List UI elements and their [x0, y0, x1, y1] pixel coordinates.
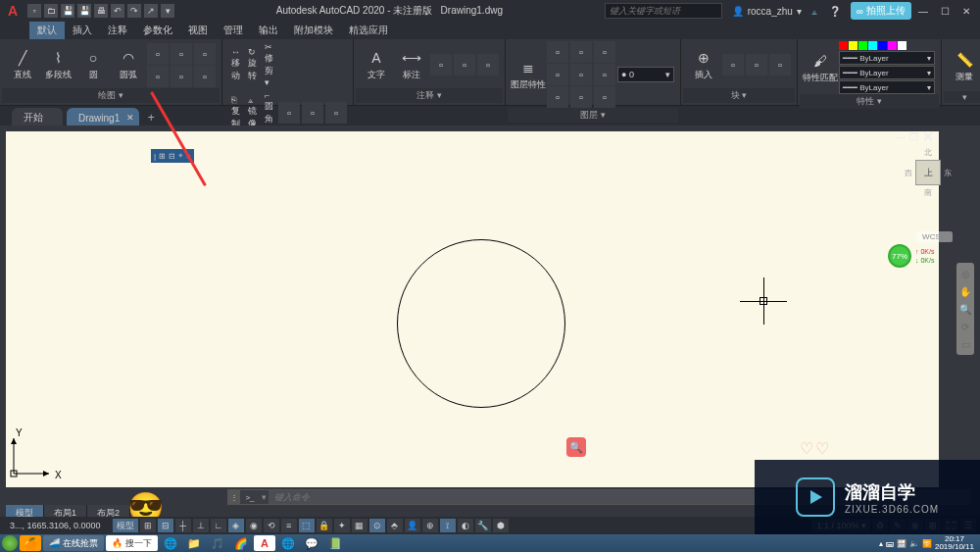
- color-swatch[interactable]: [868, 41, 877, 50]
- taskbar-wechat-icon[interactable]: 💬: [301, 535, 322, 551]
- status-osnap-toggle[interactable]: ◉: [246, 519, 262, 532]
- taskbar-autocad-icon[interactable]: A: [254, 535, 275, 551]
- tray-windows-icon[interactable]: 🪟: [897, 539, 906, 548]
- tool-icon[interactable]: ▫: [594, 86, 615, 108]
- minimize-button[interactable]: —: [913, 3, 933, 19]
- cloud-upload-button[interactable]: ∞拍照上传: [851, 2, 911, 20]
- nav-wheel-icon[interactable]: ◎: [958, 267, 972, 280]
- user-menu[interactable]: 👤 rocca_zhu ▾: [732, 6, 802, 17]
- color-swatch[interactable]: [888, 41, 897, 50]
- layer-dropdown[interactable]: ● 0 ▾: [617, 67, 674, 82]
- status-snap-toggle[interactable]: ⊟: [158, 519, 173, 532]
- tool-icon[interactable]: ▫: [547, 64, 568, 85]
- nav-showmotion-icon[interactable]: ▭: [958, 337, 972, 351]
- status-polar-toggle[interactable]: ⊥: [193, 519, 209, 532]
- ribbon-tab-7[interactable]: 附加模块: [286, 22, 341, 39]
- status-dyn-toggle[interactable]: ▦: [352, 519, 368, 532]
- tool-icon[interactable]: ▫: [570, 64, 592, 85]
- viewcube-top-face[interactable]: 上: [915, 160, 941, 185]
- vp-single-icon[interactable]: ⊟: [169, 152, 175, 161]
- taskbar-app-icon[interactable]: 🍊: [20, 535, 41, 551]
- ribbon-tab-5[interactable]: 管理: [216, 22, 251, 39]
- match-button[interactable]: 🖌特性匹配: [804, 46, 837, 89]
- status-pr-toggle[interactable]: ◐: [458, 519, 473, 532]
- file-tab-0[interactable]: 开始: [12, 108, 63, 125]
- navigation-bar[interactable]: ◎ ✋ 🔍 ⟳ ▭: [956, 263, 974, 355]
- tool-icon[interactable]: ▫: [171, 66, 192, 87]
- tool-icon[interactable]: ▫: [325, 102, 347, 124]
- modify-cmd[interactable]: ↻ 旋转: [245, 41, 260, 88]
- status-ws-toggle[interactable]: ✦: [334, 519, 350, 532]
- nav-zoom-icon[interactable]: 🔍: [958, 302, 972, 316]
- status-otrack-toggle[interactable]: ◈: [228, 519, 244, 532]
- system-tray[interactable]: ▴ 🖴 🪟 🔈 🛜 20:172019/10/11: [879, 535, 978, 551]
- tool-icon[interactable]: ▫: [547, 41, 568, 63]
- close-button[interactable]: ✕: [956, 3, 976, 19]
- model-paper-toggle[interactable]: 模型: [113, 519, 138, 532]
- insert-button[interactable]: ⊕插入: [687, 43, 720, 86]
- status-ortho-toggle[interactable]: ┼: [175, 519, 191, 532]
- taskbar-clock[interactable]: 20:172019/10/11: [935, 535, 974, 551]
- canvas-close-icon[interactable]: 🗙: [923, 131, 933, 142]
- status-big-toggle[interactable]: ⬢: [493, 519, 509, 532]
- status-qp-toggle[interactable]: ⊙: [369, 519, 385, 532]
- canvas-max-icon[interactable]: 🗖: [909, 131, 919, 142]
- status-lk-toggle[interactable]: ⟟: [440, 519, 456, 532]
- color-swatch[interactable]: [839, 41, 848, 50]
- tool-icon[interactable]: ▫: [594, 41, 615, 63]
- status-sc-toggle[interactable]: ⬚: [299, 519, 315, 532]
- taskbar-excel-icon[interactable]: 📗: [324, 535, 346, 551]
- coordinates-readout[interactable]: 3..., 1665.3106, 0.0000: [10, 521, 101, 530]
- viewcube-east[interactable]: 东: [944, 168, 952, 178]
- tool-icon[interactable]: ▫: [194, 66, 216, 87]
- tool-icon[interactable]: ▫: [570, 41, 592, 63]
- qat-saveas-icon[interactable]: 💾: [77, 4, 91, 18]
- panel-title[interactable]: 特性 ▾: [800, 94, 939, 109]
- property-dropdown[interactable]: ━━━ ByLayer ▾: [839, 51, 935, 65]
- nav-pan-icon[interactable]: ✋: [958, 284, 972, 298]
- property-dropdown[interactable]: ━━━ ByLayer ▾: [839, 66, 935, 79]
- status-iso2-toggle[interactable]: 🔧: [475, 519, 491, 532]
- search-badge-icon[interactable]: 🔍: [566, 437, 586, 457]
- status-ann-toggle[interactable]: 🔒: [317, 519, 332, 532]
- panel-title[interactable]: ▾: [944, 91, 980, 103]
- tool-icon[interactable]: ▫: [171, 43, 192, 65]
- tool-icon[interactable]: ▫: [722, 54, 744, 75]
- taskbar-music-icon[interactable]: 🎵: [207, 535, 228, 551]
- ribbon-tab-6[interactable]: 输出: [251, 22, 286, 39]
- qat-more-icon[interactable]: ▾: [161, 4, 174, 18]
- tray-volume-icon[interactable]: 🔈: [909, 539, 919, 548]
- layers-button[interactable]: ≣图层特性: [512, 53, 545, 96]
- ribbon-tab-3[interactable]: 参数化: [135, 22, 180, 39]
- tool-icon[interactable]: ▫: [477, 54, 499, 75]
- app-logo[interactable]: A: [4, 2, 22, 20]
- text-button[interactable]: A文字: [360, 43, 393, 86]
- status-cm-toggle[interactable]: ⊕: [422, 519, 438, 532]
- performance-widget[interactable]: 77% ↑ 0K/s ↓ 0K/s: [888, 243, 962, 269]
- status-iso-toggle[interactable]: ∟: [211, 519, 226, 532]
- file-tab-1[interactable]: Drawing1✕: [67, 108, 139, 125]
- qat-open-icon[interactable]: 🗀: [44, 4, 58, 18]
- tool-icon[interactable]: ▫: [746, 54, 767, 75]
- viewcube-west[interactable]: 西: [905, 168, 912, 178]
- tray-disk-icon[interactable]: 🖴: [886, 539, 894, 548]
- panel-title[interactable]: 注释 ▾: [356, 88, 503, 103]
- tool-icon[interactable]: ▫: [194, 43, 216, 65]
- qat-undo-icon[interactable]: ↶: [111, 4, 124, 18]
- tool-icon[interactable]: ▫: [147, 66, 169, 87]
- autodesk-icon[interactable]: ⟁: [811, 6, 817, 17]
- taskbar-ticket-item[interactable]: 🚄 在线抢票: [43, 535, 104, 551]
- panel-title[interactable]: 图层 ▾: [508, 108, 678, 123]
- tool-icon[interactable]: ▫: [430, 54, 452, 75]
- circle-entity[interactable]: [397, 239, 565, 408]
- tool-icon[interactable]: ▫: [454, 54, 475, 75]
- view-cube[interactable]: 北 西 上 东 南: [904, 147, 953, 216]
- canvas-min-icon[interactable]: —: [896, 131, 906, 142]
- tool-icon[interactable]: ▫: [547, 86, 568, 108]
- panel-title[interactable]: 块 ▾: [683, 88, 795, 103]
- tool-icon[interactable]: ▫: [302, 102, 323, 124]
- vp-target-icon[interactable]: ⌖: [178, 151, 183, 161]
- color-swatch[interactable]: [858, 41, 867, 50]
- viewcube-south[interactable]: 南: [924, 187, 932, 198]
- tray-network-icon[interactable]: 🛜: [922, 539, 932, 548]
